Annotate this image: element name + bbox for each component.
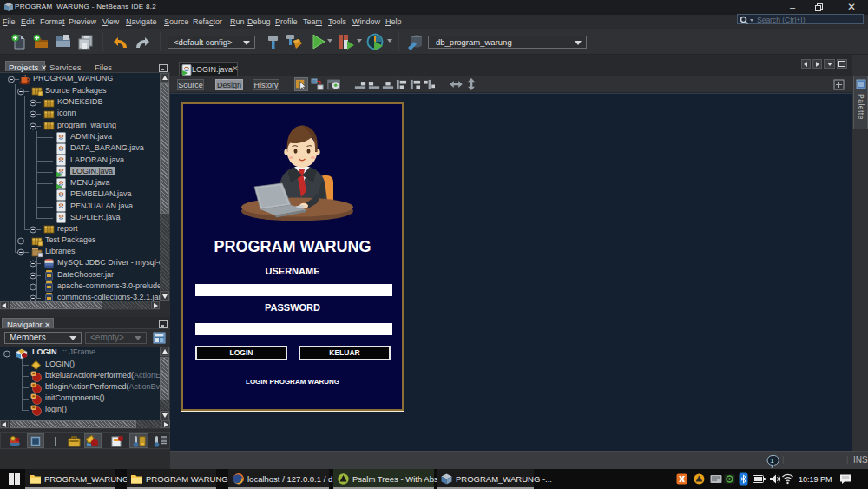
svg-text:1: 1 <box>770 457 774 465</box>
